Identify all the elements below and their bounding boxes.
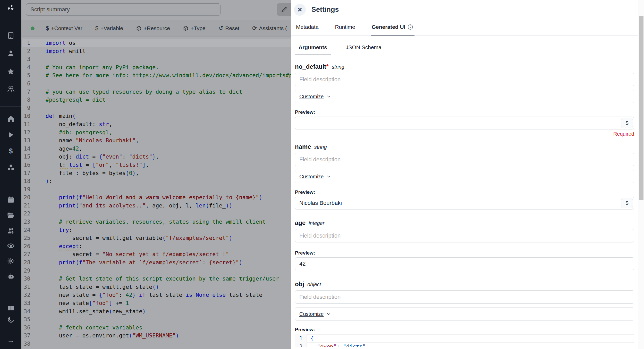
code-line: 37 user = os.environ.get("WM_USERNAME") xyxy=(21,331,291,340)
add-type-button[interactable]: +Type xyxy=(181,25,207,32)
tab-metadata[interactable]: Metadata xyxy=(295,24,320,36)
add-resource-button[interactable]: +Resource xyxy=(134,25,172,32)
arg-field-no-default: no_default* string Customize Preview: $ … xyxy=(295,63,634,137)
code-line: 11 no_default: str, xyxy=(21,120,291,128)
chevron-down-icon xyxy=(326,94,331,99)
dollar-icon: $ xyxy=(95,25,98,31)
settings-tabs: Metadata Runtime Generated UI xyxy=(291,19,638,36)
code-line: 3 xyxy=(21,55,291,63)
settings-panel: ✕ Settings Metadata Runtime Generated UI… xyxy=(291,0,638,349)
code-line: 12 #db: postgresql, xyxy=(21,128,291,137)
insert-variable-button[interactable]: $ xyxy=(621,118,633,128)
preview-input[interactable] xyxy=(295,257,634,270)
code-line: 18): xyxy=(21,177,291,185)
editor-toolbar: $+Context Var $+Variable +Resource +Type… xyxy=(21,20,291,37)
add-context-var-button[interactable]: $+Context Var xyxy=(44,25,84,32)
scrollbar-thumb[interactable] xyxy=(639,16,643,200)
code-line: 2import wmill xyxy=(21,47,291,55)
field-type: integer xyxy=(309,220,324,226)
field-name: name xyxy=(295,143,311,150)
chevron-down-icon xyxy=(326,311,331,317)
edit-pencil-button[interactable] xyxy=(277,3,291,16)
user-group-gear-icon[interactable] xyxy=(0,225,21,237)
chevron-down-icon xyxy=(326,174,331,179)
field-name: no_default xyxy=(295,63,326,70)
code-line: 33 new_state["foo"] += 1 xyxy=(21,299,291,307)
tab-runtime[interactable]: Runtime xyxy=(334,24,356,36)
home-icon[interactable] xyxy=(0,113,21,124)
calendar-icon[interactable] xyxy=(0,194,21,205)
add-variable-button[interactable]: $+Variable xyxy=(94,25,125,32)
building-icon[interactable] xyxy=(0,30,21,41)
dollar-icon[interactable]: $ xyxy=(0,145,21,157)
validation-message: Required xyxy=(295,131,634,137)
reset-button[interactable]: ↺Reset xyxy=(217,25,241,32)
info-icon xyxy=(407,24,413,30)
code-line: 25 secret = wmill.get_variable("f/exampl… xyxy=(21,234,291,242)
star-icon[interactable] xyxy=(0,66,21,77)
preview-input[interactable] xyxy=(295,117,634,129)
customize-toggle[interactable]: Customize xyxy=(295,170,634,183)
refresh-icon: ⟳ xyxy=(252,25,257,31)
editor-region-dimmed: $ xyxy=(0,0,291,349)
field-label: age integer xyxy=(295,219,634,226)
script-summary-input[interactable] xyxy=(26,3,221,16)
moon-icon[interactable] xyxy=(0,314,21,325)
field-description-input[interactable] xyxy=(295,290,634,304)
code-line: 39 # return value is converted to JSON xyxy=(21,348,291,349)
code-editor[interactable]: 1import os2import wmill34# You can impor… xyxy=(21,37,291,349)
user-icon[interactable] xyxy=(0,48,21,59)
preview-label: Preview: xyxy=(295,250,634,256)
arg-field-name: name string Customize Preview: $ xyxy=(295,143,634,210)
code-line: 10def main( xyxy=(21,112,291,120)
subtab-arguments[interactable]: Arguments xyxy=(295,44,331,55)
windmill-logo[interactable] xyxy=(0,2,21,13)
tab-generated-ui[interactable]: Generated UI xyxy=(371,24,415,36)
boxes-icon[interactable] xyxy=(0,162,21,173)
insert-variable-button[interactable]: $ xyxy=(621,198,633,208)
scrollbar-track[interactable] xyxy=(638,0,644,349)
field-description-input[interactable] xyxy=(295,153,634,166)
code-lines: 1import os2import wmill34# You can impor… xyxy=(21,39,291,349)
json-line: 2 "even": "dicts" xyxy=(295,343,634,347)
play-icon[interactable] xyxy=(0,129,21,141)
code-line: 15 obj: dict = {"even": "dicts"}, xyxy=(21,153,291,161)
code-line: 1import os xyxy=(21,39,291,47)
code-line: 4# You can import any PyPi package. xyxy=(21,63,291,72)
field-label: no_default* string xyxy=(295,63,634,70)
code-line: 21 print("and its acolytes..", age, obj,… xyxy=(21,202,291,210)
settings-header: ✕ Settings xyxy=(291,0,638,19)
json-preview-editor[interactable]: 1 { 2 "even": "dicts" xyxy=(295,334,634,347)
eye-icon[interactable] xyxy=(0,240,21,251)
code-line: 30 # Get last state of this script execu… xyxy=(21,275,291,283)
community-icon[interactable] xyxy=(0,83,21,95)
close-button[interactable]: ✕ xyxy=(294,4,306,16)
folder-icon[interactable] xyxy=(0,210,21,221)
robot-icon[interactable] xyxy=(0,271,21,282)
field-label: obj object xyxy=(295,281,634,288)
books-icon[interactable] xyxy=(0,302,21,314)
assistants-button[interactable]: ⟳Assistants ( xyxy=(251,25,289,32)
code-line: 9 xyxy=(21,104,291,112)
argument-fields: no_default* string Customize Preview: $ … xyxy=(291,63,638,347)
gear-icon[interactable] xyxy=(0,255,21,267)
code-line: 36 # fetch context variables xyxy=(21,324,291,332)
code-line: 38 xyxy=(21,340,291,348)
required-asterisk: * xyxy=(326,63,328,70)
customize-toggle[interactable]: Customize xyxy=(295,90,634,103)
arrow-right-icon[interactable]: → xyxy=(0,335,21,346)
code-line: 34 wmill.set_state(new_state) xyxy=(21,307,291,316)
customize-toggle[interactable]: Customize xyxy=(295,307,634,321)
code-line: 13 name="Nicolas Bourbaki", xyxy=(21,136,291,145)
preview-input[interactable] xyxy=(295,197,634,210)
json-line: 1 { xyxy=(295,334,634,343)
field-name: age xyxy=(295,219,306,226)
code-line: 17 file_: bytes = bytes(0), xyxy=(21,169,291,177)
subtab-json-schema[interactable]: JSON Schema xyxy=(342,44,385,55)
preview-label: Preview: xyxy=(295,189,634,195)
field-description-input[interactable] xyxy=(295,73,634,86)
code-line: 5# See here for more info: https://www.w… xyxy=(21,71,291,80)
topbar xyxy=(21,0,291,20)
arg-field-obj: obj object Customize Preview: 1 { 2 xyxy=(295,281,634,347)
field-description-input[interactable] xyxy=(295,229,634,242)
